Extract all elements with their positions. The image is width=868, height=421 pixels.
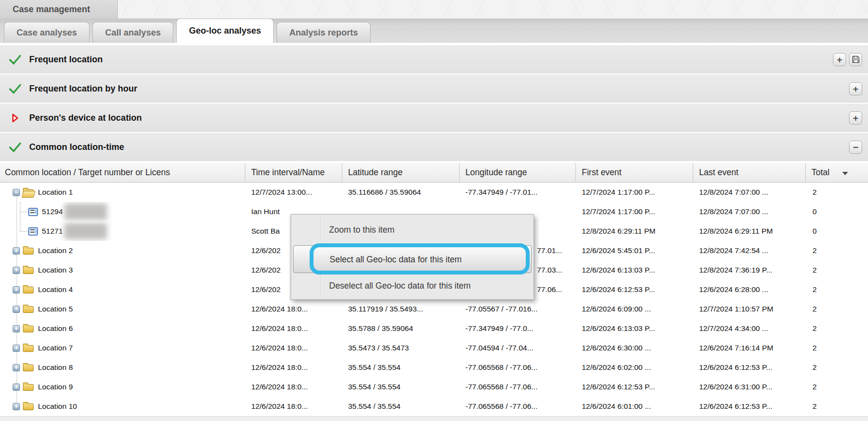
section-persons-device-at-location[interactable]: Person's device at location + — [0, 104, 868, 132]
tree-cell: −Location 1 — [0, 183, 245, 202]
target-record-icon — [28, 208, 38, 216]
menu-item-deselect-all-geo-loc-data[interactable]: Deselect all Geo-loc data for this item — [291, 275, 534, 298]
tab-geo-loc-analyses[interactable]: Geo-loc analyses — [176, 18, 274, 43]
cell-total: 2 — [806, 260, 868, 280]
column-header-longitude-range[interactable]: Longitude range — [460, 163, 576, 182]
cell-time: 12/7/2024 13:00... — [245, 183, 342, 202]
cell-last: 12/8/2024 7:42:54 ... — [693, 241, 806, 260]
case-management-window: Case management Case analyses Call analy… — [0, 0, 868, 421]
menu-item-zoom-to-this-item[interactable]: Zoom to this item — [291, 215, 534, 244]
redacted-blur — [64, 203, 107, 220]
section-common-location-time[interactable]: Common location-time − — [0, 133, 868, 161]
add-button[interactable]: + — [849, 111, 862, 125]
folder-icon — [23, 345, 34, 352]
collapse-button[interactable]: − — [849, 141, 862, 154]
table-row-location[interactable]: +Location 1012/6/2024 18:0...35.554 / 35… — [0, 397, 868, 416]
table-row-location[interactable]: +Location 912/6/2024 18:0...35.554 / 35.… — [0, 377, 868, 397]
cell-first: 12/6/2024 6:30:00 ... — [576, 338, 693, 358]
tree-cell: +Location 7 — [0, 338, 245, 358]
expand-icon[interactable]: + — [13, 306, 20, 313]
cell-first: 12/6/2024 6:09:00 ... — [576, 299, 693, 319]
cell-total: 0 — [806, 202, 868, 221]
cell-lat: 35.116686 / 35.59064 — [342, 183, 460, 202]
tab-band: Case analyses Call analyses Geo-loc anal… — [0, 18, 868, 43]
cell-lon: -77.04594 / -77.04... — [460, 338, 576, 358]
save-button[interactable] — [849, 53, 862, 66]
section-frequent-location[interactable]: Frequent location + — [0, 45, 868, 73]
row-label: Location 7 — [38, 338, 73, 358]
cell-last: 12/7/2024 4:34:00 ... — [693, 319, 806, 338]
folder-icon — [23, 326, 34, 332]
cell-lat: 35.554 / 35.554 — [342, 397, 460, 416]
tab-case-analyses[interactable]: Case analyses — [4, 22, 90, 43]
folder-icon — [23, 248, 34, 255]
tab-call-analyses[interactable]: Call analyses — [92, 22, 173, 43]
folder-icon — [23, 365, 34, 371]
folder-icon — [23, 287, 34, 293]
cell-time: 12/6/2024 18:0... — [245, 377, 342, 397]
cell-first: 12/6/2024 6:01:00 ... — [576, 397, 693, 416]
column-header-total[interactable]: Total — [806, 163, 868, 182]
green-check-icon — [8, 142, 22, 152]
section-frequent-location-by-hour[interactable]: Frequent location by hour + — [0, 74, 868, 103]
table-row-location[interactable]: +Location 512/6/2024 18:0...35.117919 / … — [0, 299, 868, 319]
table-row-location[interactable]: +Location 612/6/2024 18:0...35.5788 / 35… — [0, 319, 868, 338]
folder-icon — [23, 403, 34, 410]
row-label: Location 3 — [38, 260, 73, 280]
cell-last: 12/6/2024 6:12:53 P... — [693, 397, 806, 416]
table-row-location[interactable]: −Location 112/7/2024 13:00...35.116686 /… — [0, 183, 868, 202]
section-title: Person's device at location — [29, 113, 142, 123]
column-header-last-event[interactable]: Last event — [693, 163, 806, 182]
window-tab-case-management[interactable]: Case management — [0, 0, 118, 18]
column-header-time-interval[interactable]: Time interval/Name — [245, 163, 342, 182]
cell-lat: 35.5473 / 35.5473 — [342, 338, 460, 358]
tree-cell: +Location 2 — [0, 241, 245, 260]
green-check-icon — [8, 84, 22, 94]
tree-cell: +Location 3 — [0, 260, 245, 280]
cell-lat: 35.5788 / 35.59064 — [342, 319, 460, 338]
expand-icon[interactable]: + — [13, 267, 20, 274]
expand-icon[interactable]: + — [13, 364, 20, 371]
expand-icon[interactable]: + — [13, 345, 20, 352]
table-row-location[interactable]: +Location 712/6/2024 18:0...35.5473 / 35… — [0, 338, 868, 358]
add-button[interactable]: + — [833, 53, 846, 66]
cell-time: 12/6/2024 18:0... — [245, 358, 342, 377]
expand-icon[interactable]: + — [13, 247, 20, 255]
save-icon — [852, 55, 860, 63]
collapse-icon[interactable]: − — [13, 189, 20, 196]
cell-last: 12/8/2024 7:07:00 ... — [693, 202, 806, 221]
cell-total: 2 — [806, 183, 868, 202]
expand-icon[interactable]: + — [13, 325, 20, 332]
menu-item-select-all-geo-loc-data[interactable]: Select all Geo-loc data for this item — [293, 245, 532, 273]
bottom-strip — [0, 416, 868, 421]
cell-lon: -77.065568 / -77.06... — [460, 377, 576, 397]
column-header-common-location[interactable]: Common location / Target number or Licen… — [0, 163, 245, 182]
section-title: Frequent location by hour — [29, 84, 137, 94]
table-header: Common location / Target number or Licen… — [0, 162, 868, 183]
cell-total: 2 — [806, 299, 868, 319]
cell-last: 12/6/2024 7:16:14 PM — [693, 338, 806, 358]
expand-icon[interactable]: + — [13, 384, 20, 391]
tree-cell: +Location 9 — [0, 377, 245, 397]
cell-total: 2 — [806, 319, 868, 338]
column-header-first-event[interactable]: First event — [576, 163, 693, 182]
cell-first: 12/6/2024 6:12:53 P... — [576, 280, 693, 299]
cell-total: 2 — [806, 241, 868, 260]
cell-time: 12/6/2024 18:0... — [245, 299, 342, 319]
row-label: Location 1 — [38, 183, 73, 202]
row-label: Location 2 — [38, 241, 73, 260]
folder-icon — [23, 306, 34, 313]
tab-analysis-reports[interactable]: Analysis reports — [277, 22, 370, 43]
cell-lat: 35.117919 / 35.5493... — [342, 299, 460, 319]
row-label: 51294 — [42, 202, 63, 221]
expand-icon[interactable]: + — [13, 286, 20, 293]
cell-total: 0 — [806, 221, 868, 241]
tree-cell: +Location 5 — [0, 299, 245, 319]
column-header-latitude-range[interactable]: Latitude range — [342, 163, 460, 182]
row-label: Location 10 — [38, 397, 77, 416]
cell-last: 12/8/2024 7:36:19 P... — [693, 260, 806, 280]
add-button[interactable]: + — [849, 82, 862, 95]
expand-icon[interactable]: + — [13, 403, 20, 410]
table-row-location[interactable]: +Location 812/6/2024 18:0...35.554 / 35.… — [0, 358, 868, 377]
tree-cell: 51271 — [0, 221, 245, 241]
